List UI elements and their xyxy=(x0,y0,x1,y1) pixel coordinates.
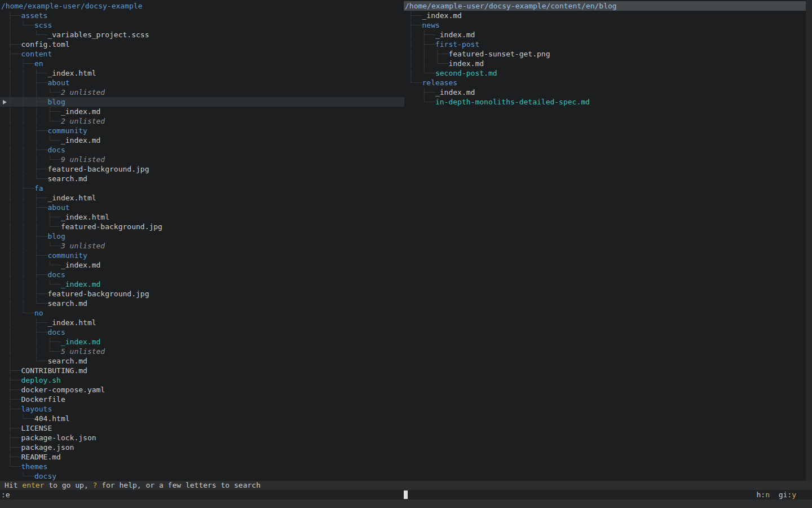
entry-name: _index.md xyxy=(61,136,100,144)
tree-row[interactable]: │ │ ├──blog xyxy=(0,231,404,241)
tree-branch: │ │ │ └── xyxy=(8,155,61,164)
tree-branch: ├── xyxy=(409,11,422,20)
entry-name: search.md xyxy=(47,174,87,183)
entry-name: _index.md xyxy=(61,261,100,269)
entry-name: community xyxy=(47,251,87,260)
tree-row[interactable]: ├──_index.md xyxy=(404,11,812,20)
tree-row[interactable]: │ │ │ └──featured-background.jpg xyxy=(0,222,404,231)
tree-branch: │ │ ├── xyxy=(409,50,448,58)
tree-row[interactable]: │ │ ├──_index.md xyxy=(0,337,404,347)
tree-row[interactable]: ├──README.md xyxy=(0,452,404,462)
tree-row[interactable]: │ │ ├──_index.html xyxy=(0,68,404,78)
entry-name: package.json xyxy=(21,443,74,452)
tree-row[interactable]: │ ├──_index.md xyxy=(404,30,812,40)
tree-row[interactable]: ├──CONTRIBUTING.md xyxy=(0,366,404,375)
tree-row[interactable]: │ ├──first-post xyxy=(404,40,812,49)
tree-row[interactable]: │ ├──_index.html xyxy=(0,318,404,327)
tree-row[interactable]: │ └──scss xyxy=(0,20,404,30)
tree-row[interactable]: ├──LICENSE xyxy=(0,423,404,433)
tree-branch: │ │ └── xyxy=(8,347,61,356)
tree-row[interactable]: │ │ ├──docs xyxy=(0,145,404,155)
tree-row[interactable]: │ └──no xyxy=(0,308,404,318)
tree-row[interactable]: └──themes xyxy=(0,462,404,471)
tree-branch: │ │ └── xyxy=(8,174,47,183)
entry-name: 404.html xyxy=(34,414,70,423)
tree-row[interactable]: │ │ │ └──_index.md xyxy=(0,279,404,289)
tree-row[interactable]: │ │ │ └──_index.md xyxy=(0,135,404,145)
entry-name: 2 unlisted xyxy=(61,88,105,97)
tree-row[interactable]: ├──package.json xyxy=(0,443,404,452)
right-edge-scrollbar-track[interactable] xyxy=(806,0,812,481)
entry-name: _index.md xyxy=(435,30,475,39)
tree-row[interactable]: │ └──second-post.md xyxy=(404,68,812,78)
tree-row[interactable]: ├──deploy.sh xyxy=(0,375,404,385)
tree-row[interactable]: ├──_index.md xyxy=(404,87,812,97)
tree-row[interactable]: │ │ ├──about xyxy=(0,203,404,212)
tree-row[interactable]: │ │ ├──_index.html xyxy=(0,193,404,203)
flag-label: gi: xyxy=(779,491,792,499)
tree-branch: │ └── xyxy=(409,69,435,77)
tree-row[interactable]: │ │ └──index.md xyxy=(404,59,812,68)
tree-row[interactable]: ├──content xyxy=(0,49,404,59)
tree-branch: │ ├── xyxy=(8,328,47,336)
tree-row[interactable]: │ │ ├──community xyxy=(0,126,404,135)
tree-row[interactable]: │ │ └──search.md xyxy=(0,174,404,183)
tree-branch: ├── xyxy=(8,40,21,49)
tree-row[interactable]: │ │ │ └──3 unlisted xyxy=(0,241,404,251)
tree-row[interactable]: │ ├──en xyxy=(0,59,404,68)
left-panel-root-path[interactable]: /home/example-user/docsy-example xyxy=(0,1,404,11)
tree-row[interactable]: ├──assets xyxy=(0,11,404,20)
tree-branch: ├── xyxy=(8,453,21,461)
tree-row[interactable]: ├──news xyxy=(404,20,812,30)
entry-name: docker-compose.yaml xyxy=(21,386,105,394)
tree-branch: │ └── xyxy=(8,309,34,317)
tree-row[interactable]: │ │ │ └──9 unlisted xyxy=(0,155,404,164)
tree-row[interactable]: │ │ └──5 unlisted xyxy=(0,347,404,356)
tree-row[interactable]: ├──layouts xyxy=(0,404,404,414)
tree-row[interactable]: │ │ │ └──_index.md xyxy=(0,260,404,270)
tree-branch: │ │ │ ├── xyxy=(8,107,61,116)
tree-branch: │ │ │ └── xyxy=(8,280,61,288)
tree-branch: ├── xyxy=(8,11,21,20)
entry-name: CONTRIBUTING.md xyxy=(21,366,87,375)
tree-row[interactable]: │ │ │ ├──_index.md xyxy=(0,107,404,116)
entry-name: _index.html xyxy=(47,69,96,77)
right-panel-root-path[interactable]: /home/example-user/docsy-example/content… xyxy=(404,1,806,11)
entry-name: news xyxy=(422,21,439,29)
entry-name: assets xyxy=(21,11,47,20)
entry-name: search.md xyxy=(47,299,87,308)
tree-row[interactable]: │ │ ├──featured-background.jpg xyxy=(0,164,404,174)
tree-branch: │ │ ├── xyxy=(8,69,47,77)
tree-row[interactable]: │ │ ├──community xyxy=(0,251,404,260)
tree-row[interactable]: │ │ ├──docs xyxy=(0,270,404,279)
command-input-bar[interactable]: :e h:n gi:y xyxy=(0,490,812,500)
tree-branch: │ │ │ └── xyxy=(8,88,61,97)
tree-row[interactable]: │ │ └──search.md xyxy=(0,299,404,308)
tree-row[interactable]: │ │ │ ├──_index.html xyxy=(0,212,404,222)
entry-name: config.toml xyxy=(21,40,69,49)
tree-row[interactable]: │ │ │ └──2 unlisted xyxy=(0,87,404,97)
tree-row[interactable]: │ │ ├──featured-sunset-get.png xyxy=(404,49,812,59)
entry-name: deploy.sh xyxy=(21,376,60,384)
tree-row[interactable]: ├──package-lock.json xyxy=(0,433,404,443)
tree-row[interactable]: └──releases xyxy=(404,78,812,87)
tree-row[interactable]: │ ├──fa xyxy=(0,183,404,193)
tree-row[interactable]: ├──docker-compose.yaml xyxy=(0,385,404,395)
tree-row[interactable]: └──in-depth-monoliths-detailed-spec.md xyxy=(404,97,812,107)
tree-row[interactable]: │ │ ├──featured-background.jpg xyxy=(0,289,404,299)
tree-branch: │ ├── xyxy=(8,318,47,327)
tree-row[interactable]: │ ├──docs xyxy=(0,327,404,337)
tree-row[interactable]: │ └──_variables_project.scss xyxy=(0,30,404,40)
entry-name: second-post.md xyxy=(435,69,497,77)
entry-name: _variables_project.scss xyxy=(47,30,149,39)
tree-row[interactable]: │ │ ├──blog xyxy=(0,97,404,107)
tree-row[interactable]: │ │ │ └──2 unlisted xyxy=(0,116,404,126)
tree-row[interactable]: │ └──search.md xyxy=(0,356,404,366)
tree-row[interactable]: │ │ ├──about xyxy=(0,78,404,87)
tree-row[interactable]: ├──config.toml xyxy=(0,40,404,49)
right-tree-rows: ├──_index.md├──news│ ├──_index.md│ ├──fi… xyxy=(404,11,812,107)
command-input-value[interactable]: :e xyxy=(1,490,10,500)
tree-row[interactable]: ├──Dockerfile xyxy=(0,395,404,404)
tree-row[interactable]: │ └──404.html xyxy=(0,414,404,423)
tree-row[interactable]: └──docsy xyxy=(0,471,404,481)
